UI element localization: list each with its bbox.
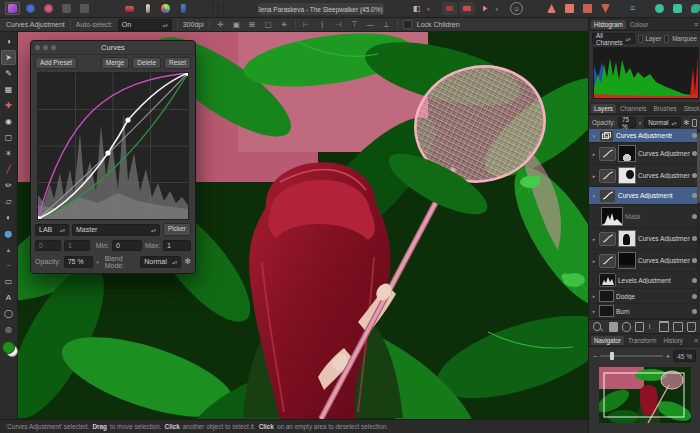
text-tool[interactable]: A bbox=[1, 290, 16, 305]
brush-quick-icon[interactable] bbox=[140, 2, 155, 15]
zoom-slider[interactable] bbox=[600, 355, 663, 357]
pen-quick-icon[interactable] bbox=[176, 2, 191, 15]
color-cycle-icon[interactable]: ◑ bbox=[1, 34, 16, 49]
layer-row-group[interactable]: ▾ Curves Adjustments bbox=[589, 129, 700, 143]
boolean-intersect-icon[interactable] bbox=[688, 2, 700, 15]
blend-mode-dropdown[interactable]: Normal ▴▾ bbox=[140, 256, 181, 268]
crop-tool[interactable]: ▦ bbox=[1, 82, 16, 97]
gear-icon[interactable]: ✻ bbox=[184, 257, 191, 266]
arrange-forward-icon[interactable] bbox=[562, 2, 577, 15]
tab-histogram[interactable]: Histogram bbox=[591, 20, 626, 29]
mask-thumbnail[interactable] bbox=[618, 230, 636, 247]
boolean-add-icon[interactable] bbox=[652, 2, 667, 15]
picker-button[interactable]: Picker bbox=[163, 223, 191, 235]
adjustment-icon[interactable] bbox=[622, 322, 631, 332]
align-left-icon[interactable]: ⊢ bbox=[301, 20, 312, 29]
lock-children-checkbox[interactable] bbox=[403, 20, 412, 29]
min-field[interactable]: 0 bbox=[112, 240, 142, 251]
merge-button[interactable]: Merge bbox=[101, 57, 129, 69]
reset-button[interactable]: Reset bbox=[164, 57, 191, 69]
transform-origin-icon[interactable]: ✛ bbox=[215, 20, 226, 29]
assistant-icon[interactable]: ☺ bbox=[510, 2, 523, 15]
expand-caret-icon[interactable]: ▾ bbox=[591, 133, 597, 139]
blur-tool[interactable]: ⬤ bbox=[1, 226, 16, 241]
mask-layer-icon[interactable] bbox=[609, 322, 618, 332]
zoom-slider-handle[interactable] bbox=[610, 352, 614, 360]
layer-checkbox[interactable] bbox=[638, 35, 643, 43]
document-title-pill[interactable]: Elena Paraskeva - The Sleepwalker (45.0%… bbox=[258, 3, 384, 15]
tab-transform[interactable]: Transform bbox=[625, 336, 659, 345]
pixel-thumbnail[interactable] bbox=[599, 290, 614, 302]
fx-icon[interactable]: I bbox=[648, 322, 650, 331]
dodge-tool[interactable]: ◐ bbox=[1, 210, 16, 225]
curves-dialog[interactable]: Curves Add Preset Merge Delete Reset bbox=[30, 40, 196, 274]
layer-row-levels[interactable]: Levels Adjustment bbox=[589, 272, 700, 289]
panel-menu-icon[interactable]: ≡ bbox=[694, 21, 698, 28]
layer-row[interactable]: ▸ Curves Adjustment bbox=[589, 165, 700, 187]
force-pixel-icon[interactable] bbox=[460, 2, 475, 15]
boolean-subtract-icon[interactable] bbox=[670, 2, 685, 15]
layers-blend-dropdown[interactable]: Normal ▴▾ bbox=[644, 117, 680, 128]
selection-brush-tool[interactable]: ✚ bbox=[1, 98, 16, 113]
liquify-persona-icon[interactable] bbox=[23, 2, 38, 15]
align-middle-icon[interactable]: — bbox=[365, 20, 376, 29]
zoom-in-button[interactable]: + bbox=[666, 353, 670, 360]
group-layers-icon[interactable] bbox=[659, 321, 669, 332]
lock-icon[interactable] bbox=[692, 119, 697, 127]
search-icon[interactable] bbox=[593, 322, 601, 331]
expand-caret-icon[interactable]: ▸ bbox=[591, 236, 597, 242]
expand-caret-icon[interactable]: ▸ bbox=[591, 258, 597, 264]
mask-thumbnail[interactable] bbox=[618, 252, 636, 269]
mask-thumbnail[interactable] bbox=[601, 207, 623, 226]
snap-caret-icon[interactable]: ▾ bbox=[496, 6, 499, 12]
view-mode-icon[interactable]: ◧ bbox=[409, 2, 424, 15]
tab-brushes[interactable]: Brushes bbox=[651, 104, 680, 113]
add-layer-icon[interactable] bbox=[673, 322, 682, 332]
rectangle-tool[interactable]: ▭ bbox=[1, 274, 16, 289]
mask-thumbnail[interactable] bbox=[618, 145, 636, 162]
zoom-tool[interactable]: ◎ bbox=[1, 322, 16, 337]
layer-row-dodge[interactable]: ▸ Dodge bbox=[589, 289, 700, 304]
hide-selection-icon[interactable]: ▢ bbox=[263, 20, 274, 29]
delete-button[interactable]: Delete bbox=[132, 57, 161, 69]
expand-caret-icon[interactable]: ▸ bbox=[591, 173, 597, 179]
align-right-icon[interactable]: ⊣ bbox=[333, 20, 344, 29]
max-field[interactable]: 1 bbox=[163, 240, 191, 251]
marquee-tool[interactable]: ▢ bbox=[1, 130, 16, 145]
pixel-thumbnail[interactable] bbox=[599, 305, 614, 317]
sharpen-tool[interactable]: ▲ bbox=[1, 242, 16, 257]
paint-brush-tool[interactable]: ╱ bbox=[1, 162, 16, 177]
expand-caret-icon[interactable]: ▸ bbox=[591, 151, 597, 157]
color-swatches[interactable] bbox=[2, 341, 16, 355]
channel-dropdown[interactable]: Master ▴▾ bbox=[72, 224, 160, 236]
clone-tool[interactable]: ◉ bbox=[1, 114, 16, 129]
color-picker-tool[interactable]: ✎ bbox=[1, 66, 16, 81]
trash-icon[interactable] bbox=[687, 322, 696, 332]
cycle-selection-icon[interactable]: ▣ bbox=[231, 20, 242, 29]
panel-menu-icon[interactable]: ≡ bbox=[694, 337, 698, 344]
curves-graph[interactable] bbox=[37, 72, 189, 220]
mask-thumbnail[interactable] bbox=[618, 167, 636, 184]
live-filter-icon[interactable] bbox=[635, 322, 644, 332]
view-mode-caret-icon[interactable]: ▾ bbox=[427, 6, 430, 12]
eraser-tool[interactable]: ▱ bbox=[1, 194, 16, 209]
align-bottom-icon[interactable]: ⊥ bbox=[381, 20, 392, 29]
opacity-dropdown[interactable]: 75 % bbox=[64, 256, 94, 268]
alignment-icon[interactable]: ≡ bbox=[625, 2, 640, 15]
align-center-icon[interactable]: ∣ bbox=[317, 20, 328, 29]
layer-row[interactable]: ▸ Curves Adjustment bbox=[589, 228, 700, 250]
tab-history[interactable]: History bbox=[660, 336, 686, 345]
tab-layers[interactable]: Layers bbox=[591, 104, 616, 113]
align-top-icon[interactable]: ⊤ bbox=[349, 20, 360, 29]
move-snap-icon[interactable] bbox=[478, 2, 493, 15]
export-persona-icon[interactable] bbox=[77, 2, 92, 15]
move-tool[interactable]: ➤ bbox=[1, 50, 16, 65]
expand-caret-icon[interactable]: ▸ bbox=[591, 293, 597, 299]
arrange-backward-icon[interactable] bbox=[580, 2, 595, 15]
gear-icon[interactable]: ✻ bbox=[684, 119, 690, 127]
arrange-back-icon[interactable] bbox=[598, 2, 613, 15]
snapping-icon[interactable] bbox=[442, 2, 457, 15]
pixel-tool[interactable]: ✏ bbox=[1, 178, 16, 193]
tab-channels[interactable]: Channels bbox=[617, 104, 650, 113]
tab-stock[interactable]: Stock bbox=[681, 104, 700, 113]
